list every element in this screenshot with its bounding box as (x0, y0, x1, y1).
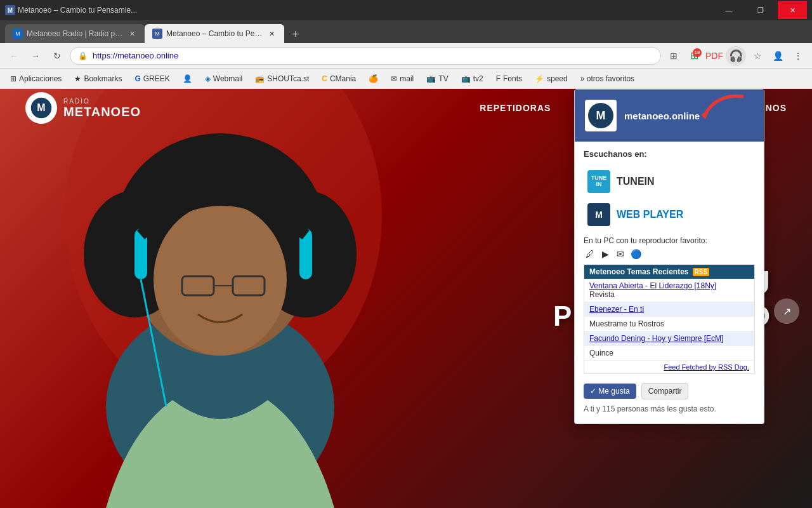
pc-label-text: En tu PC con tu reproductor favorito: (584, 236, 707, 245)
tv2-icon: 📺 (461, 74, 471, 83)
star-button[interactable]: ☆ (749, 47, 766, 65)
back-button[interactable]: ← (5, 47, 23, 65)
forward-button[interactable]: → (27, 47, 44, 65)
tab-2-close[interactable]: ✕ (266, 29, 277, 39)
pc-icons: 🖊 ▶ ✉ 🔵 (584, 248, 642, 260)
bookmark-icon2[interactable]: 🍊 (363, 72, 383, 85)
tab-2[interactable]: M Metanoeo – Cambio tu Pensamie... ✕ (145, 24, 284, 43)
window-controls: — ❐ ✕ (714, 1, 807, 19)
mail-icon: ✉ (391, 74, 397, 83)
rss-feed-section: Metenoeo Temas Recientes RSS Ventana Abi… (584, 264, 755, 374)
bookmark-greek[interactable]: G GREEK (129, 72, 174, 85)
profile-button[interactable]: 👤 (769, 47, 787, 65)
share-small-button[interactable]: Compartir (641, 383, 689, 399)
spreadsheet-icon[interactable]: ⊞ 19 (685, 47, 703, 65)
webplayer-label: WEB PLAYER (617, 209, 683, 220)
avatar-icon: 👤 (183, 74, 192, 83)
bookmark-shoutcast-label: SHOUTca.st (267, 74, 309, 83)
play-icon: ▶ (599, 248, 612, 260)
menu-button[interactable]: ⋮ (789, 47, 807, 65)
headphones-button[interactable]: 🎧 (726, 46, 746, 66)
website-content: M RADIO METANOEO REPETIDORAS A LA CARTA … (0, 89, 812, 508)
lock-icon: 🔒 (78, 51, 88, 60)
maximize-button[interactable]: ❐ (746, 1, 775, 19)
fonts-icon: F (496, 74, 501, 83)
bookmark-fonts[interactable]: F Fonts (491, 72, 527, 85)
close-button[interactable]: ✕ (778, 1, 807, 19)
bookmark-shoutcast[interactable]: 📻 SHOUTca.st (250, 72, 314, 85)
bookmark-apps[interactable]: ⊞ Aplicaciones (5, 72, 67, 85)
bookmark-speed-label: speed (547, 74, 568, 83)
social-count: A ti y 115 personas más les gusta esto. (584, 404, 716, 413)
bookmark-fonts-label: Fonts (503, 74, 522, 83)
site-logo[interactable]: M RADIO METANOEO (25, 92, 141, 124)
star-bookmark-icon: ★ (74, 74, 81, 83)
pdf-icon[interactable]: PDF (705, 47, 723, 65)
bookmark-avatar[interactable]: 👤 (178, 72, 197, 85)
popup-logo: M (585, 100, 617, 131)
bookmark-tv[interactable]: 📺 TV (421, 72, 453, 85)
extension-icon: ⊞ (670, 51, 678, 61)
shoutcast-icon: 📻 (255, 74, 265, 83)
title-bar: M Metanoeo – Cambio tu Pensamie... — ❐ ✕ (0, 0, 812, 20)
rss-item-5: Quince (584, 346, 754, 361)
email-icon: ✉ (614, 248, 627, 260)
bookmark-tv2[interactable]: 📺 tv2 (456, 72, 488, 85)
bookmark-more[interactable]: » otros favoritos (575, 72, 639, 85)
tv-icon: 📺 (426, 74, 436, 83)
tab-1[interactable]: M Metanoeo Radio | Radio por... ✕ (5, 24, 145, 43)
popup-social: ✓ Me gusta Compartir A ti y 115 personas… (584, 380, 755, 416)
bookmark-webmail-label: Webmail (213, 74, 242, 83)
tab-1-favicon: M (13, 29, 23, 39)
tab-2-favicon: M (152, 29, 162, 39)
bookmark-bookmarks[interactable]: ★ Bookmarks (69, 72, 127, 85)
rss-footer-link[interactable]: Feed Fetched by RSS Dog. (664, 363, 749, 371)
browser-favicon: M (5, 5, 15, 15)
hero-person-svg (0, 89, 447, 508)
logo-text: RADIO METANOEO (63, 98, 141, 119)
new-tab-button[interactable]: + (287, 25, 304, 43)
bookmark-speed[interactable]: ⚡ speed (530, 72, 573, 85)
like-button[interactable]: ✓ Me gusta (584, 384, 636, 399)
popup-body: Escuchanos en: TUNEIN TUNEIN M WEB PLAYE… (575, 142, 764, 424)
star-icon: ☆ (754, 51, 762, 61)
rss-header-text: Metenoeo Temas Recientes (589, 267, 689, 276)
popup-site-name: metanoeo.online (624, 110, 700, 121)
bookmark-cmania[interactable]: C CMania (317, 72, 361, 85)
rss-item-3: Muestrame tu Rostros (584, 317, 754, 331)
share-button[interactable]: ↗ (774, 298, 799, 324)
refresh-button[interactable]: ↻ (48, 47, 66, 65)
address-bar[interactable]: 🔒 https://metanoeo.online (70, 47, 661, 65)
bookmark-tv2-label: tv2 (473, 74, 483, 83)
bookmark-mail[interactable]: ✉ mail (386, 72, 419, 85)
rss-item-2: Ebenezer - En ti (584, 302, 754, 317)
rss-item-4: Facundo Dening - Hoy y Siempre [EcM] (584, 331, 754, 346)
menu-repetidoras[interactable]: REPETIDORAS (480, 103, 551, 113)
minimize-button[interactable]: — (714, 1, 743, 19)
rss-subtitle-5: Quince (589, 349, 749, 358)
popup-panel: M metanoeo.online Escuchanos en: TUNEIN … (574, 89, 764, 424)
webmail-icon: ◈ (205, 74, 211, 83)
bookmark-webmail[interactable]: ◈ Webmail (200, 72, 247, 85)
nav-bar: ← → ↻ 🔒 https://metanoeo.online ⊞ ⊞ 19 P… (0, 43, 812, 69)
rss-link-4[interactable]: Facundo Dening - Hoy y Siempre [EcM] (589, 334, 749, 343)
svg-text:M: M (596, 109, 606, 122)
popup-service-tunein[interactable]: TUNEIN TUNEIN (584, 165, 755, 198)
nav-icons: ⊞ ⊞ 19 PDF 🎧 ☆ 👤 ⋮ (665, 46, 807, 66)
popup-pc-label: En tu PC con tu reproductor favorito: 🖊 … (584, 236, 755, 260)
rss-link-2[interactable]: Ebenezer - En ti (589, 305, 749, 314)
headphones-icon: 🎧 (729, 49, 743, 63)
extensions-icon[interactable]: ⊞ (665, 47, 683, 65)
popup-service-webplayer[interactable]: M WEB PLAYER (584, 198, 755, 231)
popup-header: M metanoeo.online (575, 90, 764, 142)
tunein-icon: TUNEIN (587, 170, 610, 193)
greek-icon: G (134, 74, 140, 83)
notification-badge: 19 (693, 48, 702, 57)
rss-link-1[interactable]: Ventana Abierta - El Liderazgo [18Ny] (589, 281, 749, 290)
webplayer-icon: M (587, 203, 610, 226)
rss-icon: RSS (693, 268, 710, 276)
address-text: https://metanoeo.online (93, 51, 653, 60)
svg-text:M: M (595, 210, 603, 220)
bookmark-greek-label: GREEK (143, 74, 170, 83)
tab-1-close[interactable]: ✕ (127, 29, 137, 39)
